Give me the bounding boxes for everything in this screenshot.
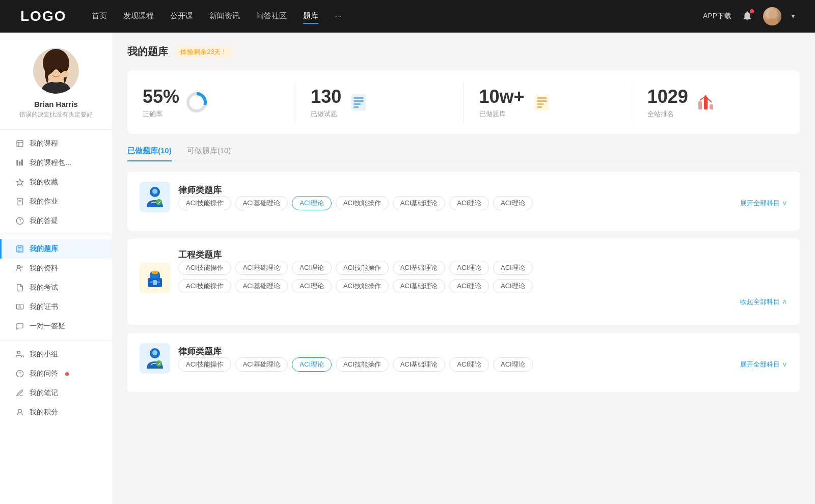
bank-info: 律师类题库 ACI技能操作 ACI基础理论 ACI理论 ACI技能操作 ACI基… (178, 184, 787, 210)
tag[interactable]: ACI基础理论 (235, 196, 288, 210)
svg-rect-46 (537, 100, 547, 102)
svg-point-32 (17, 351, 20, 354)
profile-icon (15, 264, 24, 273)
tag[interactable]: ACI基础理论 (393, 279, 446, 293)
nav-discover[interactable]: 发现课程 (123, 9, 154, 24)
sidebar-item-favorites[interactable]: 我的收藏 (0, 173, 112, 192)
svg-rect-47 (537, 103, 544, 105)
sidebar-item-quiz[interactable]: 我的题库 (0, 239, 112, 259)
sidebar-item-group[interactable]: 我的小组 (0, 345, 112, 364)
tag[interactable]: ACI理论 (493, 261, 533, 275)
notification-bell[interactable] (742, 10, 753, 23)
tag[interactable]: ACI理论 (449, 261, 489, 275)
nav-more[interactable]: ··· (335, 9, 341, 24)
tag[interactable]: ACI基础理论 (393, 196, 446, 210)
tag[interactable]: ACI理论 (449, 196, 489, 210)
app-download-btn[interactable]: APP下载 (703, 12, 731, 21)
tag[interactable]: ACI技能操作 (336, 196, 389, 210)
tag[interactable]: ACI理论 (292, 279, 332, 293)
sidebar-item-myqa[interactable]: ? 我的问答 (0, 364, 112, 383)
sidebar-user-avatar (33, 48, 79, 94)
tag[interactable]: ACI理论 (493, 357, 533, 372)
tag[interactable]: ACI理论 (449, 279, 489, 293)
chart-red-icon (696, 93, 715, 111)
svg-rect-50 (704, 97, 708, 109)
tag[interactable]: ACI技能操作 (178, 196, 231, 210)
expand-btn[interactable]: 展开全部科目 ∨ (740, 197, 787, 210)
tag-active[interactable]: ACI理论 (292, 196, 332, 210)
expand-btn-2[interactable]: 展开全部科目 ∨ (740, 358, 787, 371)
page-header: 我的题库 体验剩余23天！ (127, 45, 800, 59)
quiz-tabs: 已做题库(10) 可做题库(10) (127, 146, 800, 161)
stat-number-done: 130 已做试题 (311, 86, 341, 119)
svg-marker-17 (16, 179, 23, 185)
stat-icon-chart (695, 92, 716, 113)
stats-row: 55% 正确率 130 已做试题 (127, 71, 800, 134)
bank-info: 工程类题库 ACI技能操作 ACI基础理论 ACI理论 ACI技能操作 ACI基… (178, 249, 787, 306)
sidebar-label: 我的问答 (30, 369, 58, 378)
user-avatar-nav[interactable] (763, 7, 781, 25)
sidebar-item-points[interactable]: 我的积分 (0, 403, 112, 422)
sidebar-item-exam[interactable]: 我的考试 (0, 278, 112, 297)
tag[interactable]: ACI理论 (493, 279, 533, 293)
nav-home[interactable]: 首页 (92, 9, 107, 24)
stat-icon-doc-blue (348, 92, 369, 113)
logo[interactable]: LOGO (20, 8, 66, 24)
tag[interactable]: ACI理论 (292, 261, 332, 275)
nav-menu: 首页 发现课程 公开课 新闻资讯 问答社区 题库 ··· (92, 9, 703, 24)
tag[interactable]: ACI基础理论 (393, 261, 446, 275)
tag[interactable]: ACI技能操作 (178, 261, 231, 275)
tag[interactable]: ACI技能操作 (336, 357, 389, 372)
tag-active[interactable]: ACI理论 (292, 357, 332, 372)
sidebar-label: 我的考试 (30, 283, 58, 292)
nav-opencourse[interactable]: 公开课 (170, 9, 193, 24)
sidebar-item-course-pkg[interactable]: 我的课程包... (0, 153, 112, 173)
tab-done-banks[interactable]: 已做题库(10) (127, 146, 172, 161)
tag[interactable]: ACI技能操作 (178, 279, 231, 293)
user-dropdown-chevron[interactable]: ▾ (792, 13, 795, 20)
sidebar-menu: 我的课程 我的课程包... 我的收藏 我的作业 (0, 134, 112, 422)
sidebar-item-qa[interactable]: ? 我的答疑 (0, 211, 112, 231)
sidebar-label: 我的小组 (30, 350, 58, 359)
tag[interactable]: ACI技能操作 (178, 357, 231, 372)
collapse-btn[interactable]: 收起全部科目 ∧ (178, 297, 787, 306)
tag[interactable]: ACI技能操作 (336, 279, 389, 293)
tag[interactable]: ACI基础理论 (235, 279, 288, 293)
tab-available-banks[interactable]: 可做题库(10) (187, 146, 231, 161)
tag[interactable]: ACI技能操作 (336, 261, 389, 275)
sidebar-item-profile[interactable]: 我的资料 (0, 259, 112, 278)
course-pkg-icon (15, 158, 24, 167)
stat-value: 10w+ (479, 86, 525, 107)
group-icon (15, 350, 24, 359)
tag[interactable]: ACI基础理论 (235, 261, 288, 275)
sidebar-label: 我的证书 (30, 302, 58, 312)
svg-rect-48 (537, 106, 542, 108)
tag[interactable]: ACI理论 (493, 196, 533, 210)
nav-qa[interactable]: 问答社区 (256, 9, 287, 24)
svg-rect-49 (698, 101, 702, 109)
tag[interactable]: ACI基础理论 (393, 357, 446, 372)
exam-icon (15, 283, 24, 292)
user-portrait (33, 48, 79, 94)
avatar-silhouette (763, 7, 781, 25)
svg-rect-41 (354, 100, 364, 102)
svg-rect-45 (537, 97, 547, 99)
nav-news[interactable]: 新闻资讯 (209, 9, 240, 24)
sidebar-label: 我的课程 (30, 139, 58, 148)
sidebar-label: 我的积分 (30, 408, 58, 417)
svg-point-52 (704, 95, 707, 97)
navbar-right: APP下载 ▾ (703, 7, 795, 25)
points-icon (15, 408, 24, 417)
nav-quiz[interactable]: 题库 (303, 9, 318, 24)
notification-dot (750, 9, 754, 13)
navbar: LOGO 首页 发现课程 公开课 新闻资讯 问答社区 题库 ··· APP下载 (0, 0, 815, 33)
sidebar-item-notes[interactable]: 我的笔记 (0, 383, 112, 403)
1on1qa-icon (15, 322, 24, 331)
sidebar-item-1on1qa[interactable]: 一对一答疑 (0, 317, 112, 336)
sidebar-item-homework[interactable]: 我的作业 (0, 192, 112, 211)
tag[interactable]: ACI理论 (449, 357, 489, 372)
qa-icon: ? (15, 216, 24, 226)
tag[interactable]: ACI基础理论 (235, 357, 288, 372)
sidebar-item-courses[interactable]: 我的课程 (0, 134, 112, 153)
sidebar-item-certificate[interactable]: 我的证书 (0, 297, 112, 317)
